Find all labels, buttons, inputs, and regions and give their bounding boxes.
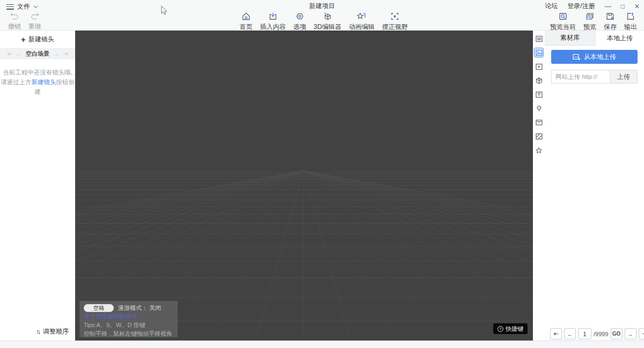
hamburger-menu-icon[interactable] [6, 4, 14, 10]
strip-item-image[interactable] [535, 48, 543, 57]
light-bulb-icon [536, 105, 543, 112]
strip-item-light[interactable] [535, 104, 543, 113]
next-page-button[interactable]: → [625, 328, 636, 339]
new-shot-link[interactable]: 新建镜头 [32, 79, 56, 85]
strip-item-3d-model[interactable] [535, 76, 543, 85]
maximize-button[interactable]: □ [621, 3, 625, 10]
chevron-down-icon [33, 5, 38, 9]
export-icon [626, 12, 635, 21]
insert-content-icon [268, 12, 278, 21]
home-icon [241, 12, 251, 21]
animation-edit-button[interactable]: 动画编辑 [345, 12, 378, 32]
tips-pan: 控制平移，鼠标左键拖动平移视角 [84, 329, 173, 338]
reorder-button[interactable]: ↑↓ 调整顺序 [36, 327, 69, 336]
first-scene-button[interactable]: ⇤ [8, 51, 12, 57]
plus-icon: + [21, 35, 26, 43]
close-button[interactable]: ✕ [634, 3, 640, 10]
upload-from-local-button[interactable]: 从本地上传 [551, 50, 638, 64]
roam-tips-overlay: 空格 漫游模式： 关闭 按下空格键切换模式 Tips:A、S、W、D 按键 控制… [79, 301, 178, 337]
go-page-button[interactable]: GO [611, 328, 623, 339]
space-keycap: 空格 [84, 304, 114, 312]
undo-icon [10, 12, 19, 20]
scene-name-label: 空白场景 [26, 50, 49, 58]
redo-button[interactable]: 重做 [25, 12, 45, 31]
hatch-pattern-icon [536, 133, 543, 140]
strip-item-effect[interactable] [535, 146, 543, 154]
image-plus-icon [573, 54, 581, 61]
tab-material-library[interactable]: 素材库 [545, 31, 596, 46]
next-scene-button[interactable]: → [53, 51, 59, 57]
login-register-link[interactable]: 登录/注册 [567, 2, 595, 11]
top-bar: 新建项目 文件 论坛 登录/注册 — □ ✕ 撤销 [0, 0, 644, 31]
preview-icon [585, 12, 595, 21]
text-icon [536, 91, 543, 98]
save-icon [605, 12, 615, 21]
strip-item-material[interactable] [535, 132, 543, 140]
image-icon [536, 49, 543, 56]
pagination: ⇤ ← /9999 GO → ⇥ [550, 328, 644, 339]
options-button[interactable]: 选项 [290, 12, 310, 32]
tab-local-upload[interactable]: 本地上传 [596, 31, 644, 46]
animation-edit-icon [356, 12, 367, 21]
list-icon [536, 35, 543, 42]
reset-view-icon [390, 12, 400, 21]
url-upload-button[interactable]: 上传 [610, 70, 638, 84]
viewport-3d[interactable]: 空格 漫游模式： 关闭 按下空格键切换模式 Tips:A、S、W、D 按键 控制… [75, 31, 533, 340]
export-button[interactable]: 输出 [620, 12, 641, 32]
first-page-button[interactable]: ⇤ [550, 328, 562, 339]
prev-scene-button[interactable]: ← [16, 51, 22, 57]
last-scene-button[interactable]: ⇥ [63, 51, 68, 57]
strip-item-text[interactable] [535, 90, 543, 99]
video-icon [536, 63, 543, 70]
file-menu[interactable]: 文件 [17, 2, 30, 11]
total-pages-label: /9999 [594, 331, 609, 337]
app-window: 新建项目 文件 论坛 登录/注册 — □ ✕ 撤销 [0, 0, 644, 348]
last-page-button[interactable]: ⇥ [639, 328, 644, 339]
page-number-input[interactable] [578, 328, 591, 339]
archive-box-icon [536, 119, 543, 126]
empty-shots-message: 当前工程中还没有镜头哦, 请通过上方新建镜头按钮创建 [0, 68, 75, 97]
save-button[interactable]: 保存 [600, 12, 620, 32]
cube-icon [536, 77, 543, 84]
roam-mode-status: 漫游模式： 关闭 [118, 303, 161, 312]
strip-item-box[interactable] [535, 118, 543, 127]
up-down-arrows-icon: ↑↓ [36, 328, 41, 336]
assets-panel: 素材库 本地上传 从本地上传 上传 ⇤ ← /9999 GO → ⇥ [545, 31, 644, 348]
prev-page-button[interactable]: ← [564, 328, 576, 339]
home-button[interactable]: 首页 [236, 12, 257, 32]
forum-link[interactable]: 论坛 [545, 2, 558, 11]
preview-button[interactable]: 预览 [580, 12, 600, 32]
status-bar [0, 340, 644, 348]
strip-item-video[interactable] [535, 62, 543, 71]
redo-icon [30, 12, 40, 20]
tips-keys: Tips:A、S、W、D 按键 [84, 321, 173, 329]
tips-switch-mode: 按下空格键切换模式 [84, 312, 173, 321]
reset-view-button[interactable]: 摆正视野 [378, 12, 412, 32]
question-icon: ? [497, 326, 503, 332]
shots-sidebar: + 新建镜头 ⇤ ← 空白场景 → ⇥ 当前工程中还没有镜头哦, 请通过上方新建… [0, 31, 75, 340]
shortcut-keys-button[interactable]: ? 快捷键 [493, 323, 528, 334]
star-icon [535, 147, 543, 154]
insert-content-button[interactable]: 插入内容 [257, 12, 290, 32]
url-upload-input[interactable] [551, 70, 610, 84]
minimize-button[interactable]: — [605, 3, 611, 10]
new-shot-button[interactable]: + 新建镜头 [0, 31, 75, 48]
strip-item-list[interactable] [535, 34, 543, 43]
3d-editor-icon [323, 12, 333, 21]
options-gear-icon [295, 12, 305, 21]
preview-current-icon [558, 12, 568, 21]
perspective-grid [75, 31, 533, 340]
preview-current-button[interactable]: 预览当前 [546, 12, 580, 32]
undo-button[interactable]: 撤销 [4, 12, 25, 31]
scene-navigation: ⇤ ← 空白场景 → ⇥ [0, 48, 75, 59]
3d-editor-button[interactable]: 3D编辑器 [310, 12, 345, 32]
insert-type-strip [533, 31, 545, 340]
assets-tabs: 素材库 本地上传 [545, 31, 644, 46]
